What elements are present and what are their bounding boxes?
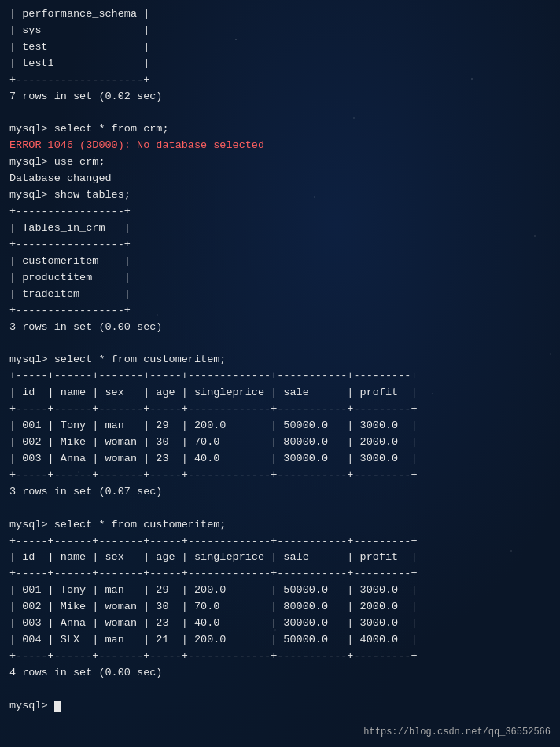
terminal-line: mysql> show tables; <box>9 187 551 204</box>
terminal-line: mysql> use crm; <box>9 154 551 171</box>
terminal-line: Database changed <box>9 171 551 187</box>
terminal-line: | id | name | sex | age | singleprice | … <box>9 549 551 566</box>
terminal-line: mysql> <box>9 698 551 715</box>
terminal-line: +-----+------+-------+-----+------------… <box>9 649 551 665</box>
terminal-line: | test | <box>9 39 551 56</box>
terminal-line: mysql> select * from customeritem; <box>9 352 551 368</box>
terminal-line: | 002 | Mike | woman | 30 | 70.0 | 80000… <box>9 435 551 451</box>
terminal-line: | Tables_in_crm | <box>9 220 551 237</box>
terminal-line <box>9 105 551 122</box>
watermark: https://blog.csdn.net/qq_36552566 <box>363 727 551 738</box>
terminal-line <box>9 335 551 352</box>
terminal: | performance_schema || sys || test || t… <box>0 0 560 747</box>
terminal-line: +-----------------+ <box>9 237 551 253</box>
terminal-line: | customeritem | <box>9 253 551 270</box>
terminal-line: ERROR 1046 (3D000): No database selected <box>9 138 551 154</box>
terminal-line: +--------------------+ <box>9 72 551 89</box>
terminal-line: +-----+------+-------+-----+------------… <box>9 534 551 550</box>
terminal-line: | performance_schema | <box>9 6 551 23</box>
terminal-line: +-----------------+ <box>9 303 551 320</box>
terminal-line: +-----+------+-------+-----+------------… <box>9 368 551 385</box>
terminal-line: +-----+------+-------+-----+------------… <box>9 468 551 484</box>
terminal-line <box>9 501 551 517</box>
terminal-line: | 003 | Anna | woman | 23 | 40.0 | 30000… <box>9 451 551 468</box>
terminal-line: | 002 | Mike | woman | 30 | 70.0 | 80000… <box>9 599 551 616</box>
terminal-line: | id | name | sex | age | singleprice | … <box>9 385 551 401</box>
terminal-line: | test1 | <box>9 56 551 72</box>
terminal-line: mysql> select * from customeritem; <box>9 517 551 534</box>
terminal-line <box>9 682 551 698</box>
terminal-line: +-----+------+-------+-----+------------… <box>9 566 551 582</box>
terminal-line: | 001 | Tony | man | 29 | 200.0 | 50000.… <box>9 582 551 599</box>
terminal-line: 4 rows in set (0.00 sec) <box>9 665 551 682</box>
terminal-line: | 001 | Tony | man | 29 | 200.0 | 50000.… <box>9 418 551 435</box>
terminal-line: mysql> select * from crm; <box>9 121 551 138</box>
terminal-line: | tradeitem | <box>9 287 551 303</box>
terminal-line: +-----------------+ <box>9 204 551 220</box>
terminal-line: 3 rows in set (0.00 sec) <box>9 320 551 336</box>
terminal-line: | sys | <box>9 23 551 39</box>
terminal-line: +-----+------+-------+-----+------------… <box>9 401 551 418</box>
terminal-line: 3 rows in set (0.07 sec) <box>9 484 551 501</box>
terminal-line: | 004 | SLX | man | 21 | 200.0 | 50000.0… <box>9 632 551 649</box>
terminal-line: 7 rows in set (0.02 sec) <box>9 89 551 105</box>
cursor <box>54 701 61 712</box>
terminal-line: | productitem | <box>9 270 551 287</box>
terminal-line: | 003 | Anna | woman | 23 | 40.0 | 30000… <box>9 616 551 632</box>
